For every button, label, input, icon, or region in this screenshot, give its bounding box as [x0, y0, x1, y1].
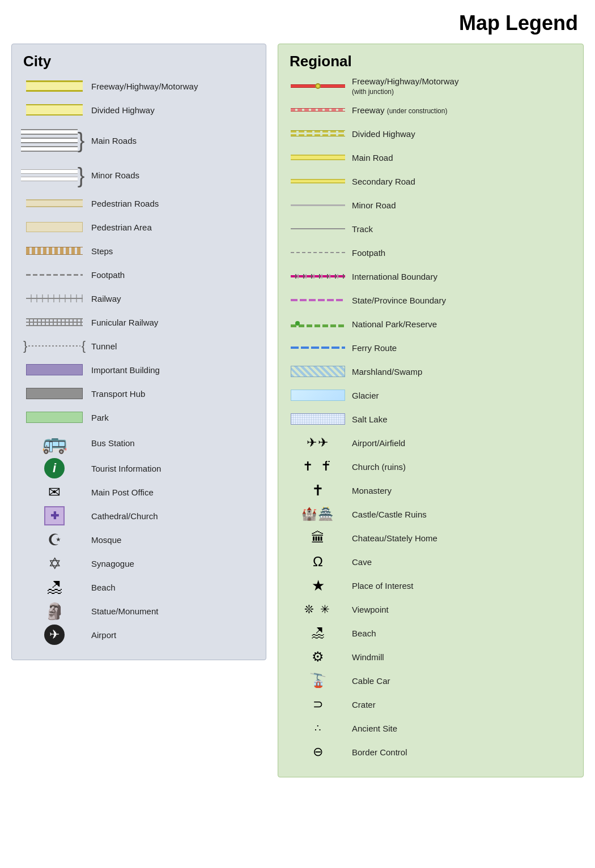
list-item: International Boundary — [290, 266, 572, 287]
important-building-label: Important Building — [86, 365, 160, 375]
reg-airport-icon: ✈✈ — [290, 435, 346, 450]
funicular-symbol — [26, 318, 83, 326]
list-item: ⊃ Crater — [290, 694, 572, 715]
list-item: ✝ Monastery — [290, 480, 572, 501]
freeway-highway-icon — [23, 80, 86, 92]
pedestrian-area-icon — [23, 222, 86, 232]
list-item: Freeway/Highway/Motorway(with junction) — [290, 76, 572, 96]
reg-church-label: Church (ruins) — [346, 462, 406, 472]
divided-highway-icon — [23, 104, 86, 116]
reg-footpath-icon — [290, 252, 346, 253]
synagogue-icon: ✡ — [23, 554, 86, 573]
reg-ferry-icon — [290, 347, 346, 349]
list-item: 🏖 Beach — [23, 577, 254, 597]
reg-castle-symbol: 🏰🏯 — [301, 507, 334, 521]
railway-icon — [23, 294, 86, 302]
list-item: 🗿 Statue/Monument — [23, 601, 254, 621]
reg-border-label: Border Control — [346, 747, 407, 757]
reg-glacier-label: Glacier — [346, 391, 379, 400]
page-title: Map Legend — [11, 11, 578, 35]
list-item: ❊ ✳ Viewpoint — [290, 599, 572, 619]
main-roads-lines — [21, 129, 78, 152]
reg-divided-highway-icon — [290, 130, 346, 137]
transport-hub-icon — [23, 388, 86, 399]
main-roads-label: Main Roads — [86, 136, 137, 146]
reg-main-road-icon — [290, 155, 346, 160]
list-item: National Park/Reserve — [290, 314, 572, 334]
reg-glacier-symbol — [291, 390, 345, 401]
reg-church-icon: ✝ ✝̈ — [290, 459, 346, 474]
list-item: ☪ Mosque — [23, 529, 254, 550]
list-item: Railway — [23, 288, 254, 309]
list-item: Footpath — [23, 264, 254, 285]
reg-marshland-icon — [290, 366, 346, 377]
list-item: Divided Highway — [290, 123, 572, 144]
reg-poi-label: Place of Interest — [346, 581, 413, 591]
mosque-symbol: ☪ — [48, 531, 62, 549]
transport-hub-label: Transport Hub — [86, 389, 145, 399]
post-office-label: Main Post Office — [86, 488, 154, 497]
list-item: Marshland/Swamp — [290, 361, 572, 382]
brace-right-minor: } — [78, 165, 85, 186]
reg-ancient-symbol: ∴ — [314, 722, 322, 734]
reg-beach-label: Beach — [346, 628, 376, 638]
important-building-symbol — [26, 364, 83, 375]
reg-salt-lake-icon — [290, 413, 346, 425]
list-item: Minor Road — [290, 195, 572, 215]
reg-intl-boundary-label: International Boundary — [346, 272, 437, 281]
reg-ferry-symbol — [291, 347, 345, 349]
list-item: ⚙ Windmill — [290, 647, 572, 667]
reg-divided-highway-symbol — [291, 130, 345, 137]
reg-church-symbol: ✝ ✝̈ — [303, 459, 333, 474]
railway-symbol — [26, 294, 83, 302]
funicular-label: Funicular Railway — [86, 318, 158, 327]
pedestrian-roads-icon — [23, 199, 86, 207]
reg-chateau-symbol: 🏛 — [311, 530, 325, 546]
funicular-icon — [23, 318, 86, 326]
reg-minor-road-icon — [290, 204, 346, 206]
tunnel-dots — [28, 345, 80, 347]
list-item: State/Province Boundary — [290, 290, 572, 310]
reg-cave-symbol: Ω — [313, 554, 323, 570]
list-item: Freeway/Highway/Motorway — [23, 76, 254, 96]
footpath-city-icon — [23, 274, 86, 276]
reg-salt-lake-symbol — [291, 413, 345, 425]
divided-highway-symbol — [26, 104, 83, 116]
list-item: i Tourist Information — [23, 458, 254, 478]
list-item: ✡ Synagogue — [23, 553, 254, 574]
regional-section-title: Regional — [290, 53, 572, 70]
mosque-icon: ☪ — [23, 531, 86, 549]
reg-freeway-construction-icon — [290, 108, 346, 112]
pedestrian-roads-symbol — [26, 199, 83, 207]
reg-marshland-symbol — [291, 366, 345, 377]
columns-wrapper: City Freeway/Highway/Motorway Divided Hi… — [11, 44, 584, 777]
bus-station-icon: 🚌 — [23, 431, 86, 455]
page-container: Map Legend City Freeway/Highway/Motorway… — [0, 0, 595, 794]
reg-poi-symbol: ★ — [312, 577, 325, 595]
bus-station-label: Bus Station — [86, 438, 135, 448]
road-freeway-symbol — [26, 80, 83, 92]
list-item: Transport Hub — [23, 383, 254, 404]
post-symbol: ✉ — [48, 484, 61, 501]
list-item: Freeway (under construction) — [290, 100, 572, 120]
list-item: ✉ Main Post Office — [23, 482, 254, 502]
list-item: Divided Highway — [23, 100, 254, 120]
regional-column: Regional Freeway/Highway/Motorway(with j… — [278, 44, 584, 777]
reg-beach-icon: 🏖 — [290, 625, 346, 641]
pedestrian-roads-label: Pedestrian Roads — [86, 199, 159, 208]
reg-freeway-junction-symbol — [291, 82, 345, 91]
reg-state-boundary-label: State/Province Boundary — [346, 296, 446, 305]
reg-marshland-label: Marshland/Swamp — [346, 367, 422, 377]
reg-crater-symbol: ⊃ — [313, 697, 323, 712]
reg-freeway-junction-icon — [290, 82, 346, 91]
airport-city-symbol: ✈ — [44, 625, 65, 645]
beach-city-symbol: 🏖 — [46, 578, 62, 597]
list-item: ⊖ Border Control — [290, 742, 572, 762]
list-item: Funicular Railway — [23, 312, 254, 332]
reg-viewpoint-symbol: ❊ ✳ — [304, 602, 332, 616]
list-item: ★ Place of Interest — [290, 575, 572, 596]
reg-ancient-icon: ∴ — [290, 722, 346, 734]
railway-label: Railway — [86, 294, 121, 303]
reg-ferry-label: Ferry Route — [346, 343, 397, 353]
reg-ancient-label: Ancient Site — [346, 724, 397, 733]
